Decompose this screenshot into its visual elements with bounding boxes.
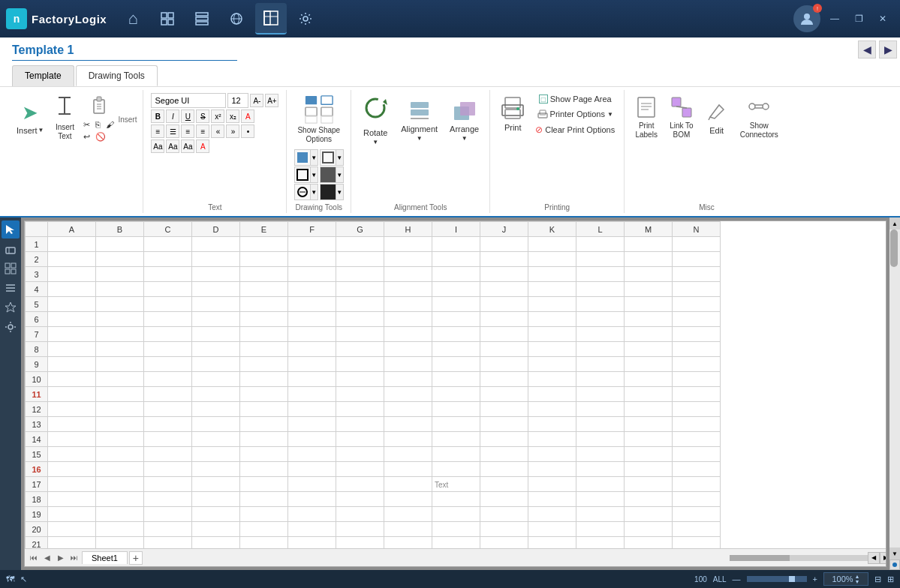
v-scroll-down[interactable]: ▼ [889,548,900,560]
cell-J2[interactable] [480,252,528,267]
cell-H3[interactable] [384,267,432,282]
border-dropdown[interactable]: ▼ [336,149,344,166]
cell-B20[interactable] [96,522,144,537]
print-labels-button[interactable]: PrintLabels [631,92,662,142]
cell-F11[interactable] [288,387,336,402]
cell-N19[interactable] [673,507,721,522]
cell-B21[interactable] [96,537,144,549]
cell-I3[interactable] [432,267,480,282]
cell-D14[interactable] [192,432,240,447]
vertical-scrollbar[interactable]: ▲ ▼ [889,218,900,570]
row-header-8[interactable]: 8 [26,342,48,357]
cell-I12[interactable] [432,402,480,417]
cell-D17[interactable] [192,477,240,492]
col-C[interactable]: C [144,222,192,237]
cell-N21[interactable] [673,537,721,549]
close-button[interactable]: ✕ [871,8,894,30]
cell-K3[interactable] [528,267,576,282]
cell-E16[interactable] [240,462,288,477]
cell-B11[interactable] [96,387,144,402]
cell-K11[interactable] [528,387,576,402]
cell-A12[interactable] [48,402,96,417]
printer-options-button[interactable]: Printer Options ▼ [532,107,618,121]
cell-F10[interactable] [288,372,336,387]
cell-K15[interactable] [528,447,576,462]
cell-H9[interactable] [384,357,432,372]
cell-D18[interactable] [192,492,240,507]
cell-F4[interactable] [288,282,336,297]
cell-C3[interactable] [144,267,192,282]
cell-G17[interactable] [336,477,384,492]
special-color-button[interactable] [294,184,311,200]
cell-I2[interactable] [432,252,480,267]
cell-N16[interactable] [673,462,721,477]
row-header-2[interactable]: 2 [26,252,48,267]
align-left[interactable]: ≡ [151,124,164,138]
nav-stack[interactable] [186,3,218,34]
nav-forward-icon[interactable]: ▶ [879,40,897,58]
col-K[interactable]: K [528,222,576,237]
row-header-5[interactable]: 5 [26,297,48,312]
cell-A15[interactable] [48,447,96,462]
cell-E20[interactable] [240,522,288,537]
cell-D9[interactable] [192,357,240,372]
shade-dropdown[interactable]: ▼ [336,166,344,183]
cell-D13[interactable] [192,417,240,432]
cell-E14[interactable] [240,432,288,447]
settings-tool[interactable] [2,318,20,336]
restore-button[interactable]: ❐ [847,8,870,30]
cell-C18[interactable] [144,492,192,507]
cell-B6[interactable] [96,312,144,327]
add-sheet-button[interactable]: + [129,551,143,565]
cell-G4[interactable] [336,282,384,297]
cell-H10[interactable] [384,372,432,387]
cell-J19[interactable] [480,507,528,522]
cell-C19[interactable] [144,507,192,522]
cell-L8[interactable] [576,342,625,357]
cell-B5[interactable] [96,297,144,312]
cell-D4[interactable] [192,282,240,297]
cell-K21[interactable] [528,537,576,549]
cell-M17[interactable] [625,477,673,492]
indent-less[interactable]: « [211,124,224,138]
cell-I9[interactable] [432,357,480,372]
cell-H15[interactable] [384,447,432,462]
cell-A8[interactable] [48,342,96,357]
col-A[interactable]: A [48,222,96,237]
show-page-area-button[interactable]: □ Show Page Area [532,93,618,105]
cell-N14[interactable] [673,432,721,447]
cell-E10[interactable] [240,372,288,387]
cell-A5[interactable] [48,297,96,312]
cell-I16[interactable] [432,462,480,477]
tab-template[interactable]: Template [12,65,74,86]
cell-F14[interactable] [288,432,336,447]
cell-M14[interactable] [625,432,673,447]
strikethrough-button[interactable]: S [196,110,209,123]
cell-D16[interactable] [192,462,240,477]
cell-F12[interactable] [288,402,336,417]
cell-J8[interactable] [480,342,528,357]
cell-N2[interactable] [673,252,721,267]
cell-D7[interactable] [192,327,240,342]
no-button[interactable]: 🚫 [93,131,108,142]
cell-A14[interactable] [48,432,96,447]
font-aa[interactable]: Aa [151,140,164,153]
cell-G18[interactable] [336,492,384,507]
alignment-button[interactable]: Alignment ▼ [396,92,442,148]
cell-C17[interactable] [144,477,192,492]
row-header-18[interactable]: 18 [26,492,48,507]
cell-H18[interactable] [384,492,432,507]
cell-L18[interactable] [576,492,625,507]
font-aa2[interactable]: Aa [166,140,179,153]
cell-A9[interactable] [48,357,96,372]
grid-tool[interactable] [2,260,20,278]
cell-B1[interactable] [96,237,144,252]
cell-A18[interactable] [48,492,96,507]
cell-N9[interactable] [673,357,721,372]
cell-N12[interactable] [673,402,721,417]
cell-A13[interactable] [48,417,96,432]
col-G[interactable]: G [336,222,384,237]
cell-C8[interactable] [144,342,192,357]
cell-K6[interactable] [528,312,576,327]
spreadsheet[interactable]: A B C D E F G H I J K L M [25,221,886,548]
